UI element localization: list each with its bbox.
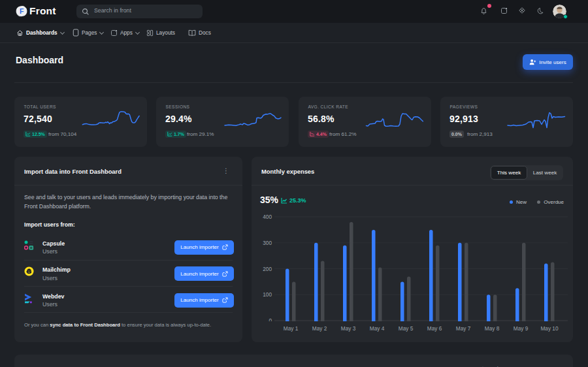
svg-text:200: 200: [263, 266, 272, 272]
svg-text:100: 100: [263, 292, 272, 298]
svg-text:May 4: May 4: [370, 326, 385, 332]
svg-text:May 7: May 7: [456, 326, 471, 332]
svg-text:May 2: May 2: [312, 326, 327, 332]
svg-text:400: 400: [263, 214, 272, 220]
svg-text:300: 300: [263, 240, 272, 246]
svg-text:May 5: May 5: [399, 326, 414, 332]
svg-text:May 6: May 6: [427, 326, 442, 332]
svg-text:May 9: May 9: [514, 326, 529, 332]
svg-text:F: F: [20, 7, 24, 15]
svg-text:May 3: May 3: [341, 326, 356, 332]
svg-text:May 8: May 8: [485, 326, 500, 332]
svg-text:May 10: May 10: [540, 326, 558, 332]
svg-text:May 1: May 1: [284, 326, 299, 332]
